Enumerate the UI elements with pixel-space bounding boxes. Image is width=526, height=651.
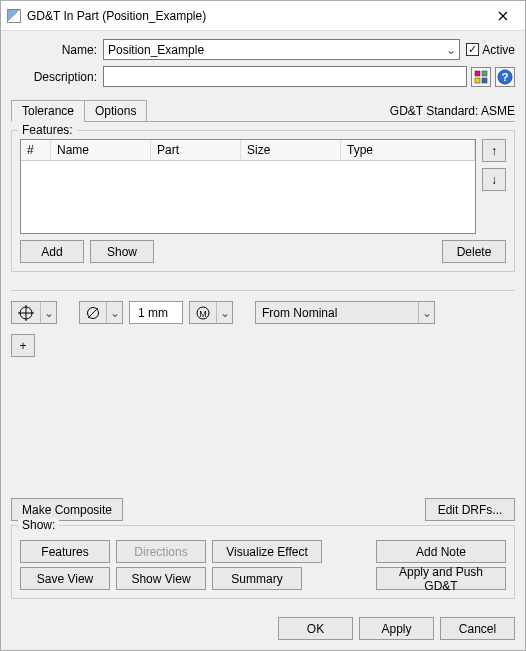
apply-push-button[interactable]: Apply and Push GD&T <box>376 567 506 590</box>
show-view-button[interactable]: Show View <box>116 567 206 590</box>
material-condition-dropdown[interactable]: M ⌄ <box>189 301 233 324</box>
name-combobox[interactable]: Position_Example ⌄ <box>103 39 460 60</box>
tab-options[interactable]: Options <box>84 100 147 122</box>
active-checkbox[interactable] <box>466 43 479 56</box>
add-button[interactable]: Add <box>20 240 84 263</box>
name-row: Name: Position_Example ⌄ Active <box>11 39 515 60</box>
tolerance-row: ⌄ ⌄ <box>11 301 515 324</box>
help-icon: ? <box>497 69 513 85</box>
apply-button[interactable]: Apply <box>359 617 434 640</box>
app-icon <box>7 9 21 23</box>
show-fieldset: Show: Features Directions Visualize Effe… <box>11 525 515 599</box>
close-icon <box>498 11 508 21</box>
close-button[interactable] <box>480 1 525 30</box>
name-label: Name: <box>11 43 103 57</box>
grid-color-icon <box>474 70 488 84</box>
tabs: Tolerance Options GD&T Standard: ASME <box>11 99 515 121</box>
move-up-button[interactable]: ↑ <box>482 139 506 162</box>
description-label: Description: <box>11 70 103 84</box>
description-input[interactable] <box>103 66 467 87</box>
svg-text:?: ? <box>502 71 509 83</box>
delete-button[interactable]: Delete <box>442 240 506 263</box>
position-symbol-icon <box>18 305 34 321</box>
move-down-button[interactable]: ↓ <box>482 168 506 191</box>
characteristic-dropdown[interactable]: ⌄ <box>11 301 57 324</box>
col-part[interactable]: Part <box>151 140 241 160</box>
svg-line-10 <box>88 308 98 318</box>
ok-button[interactable]: OK <box>278 617 353 640</box>
features-grid[interactable]: # Name Part Size Type <box>20 139 476 234</box>
diameter-dropdown[interactable]: ⌄ <box>79 301 123 324</box>
diameter-icon <box>86 306 100 320</box>
svg-rect-0 <box>475 71 480 76</box>
filter-grid-button[interactable] <box>471 67 491 87</box>
chevron-down-icon: ⌄ <box>216 302 232 323</box>
datum-source-dropdown[interactable]: From Nominal ⌄ <box>255 301 435 324</box>
chevron-down-icon: ⌄ <box>40 302 56 323</box>
cancel-button[interactable]: Cancel <box>440 617 515 640</box>
show-label: Show: <box>18 518 59 532</box>
chevron-down-icon: ⌄ <box>418 302 434 323</box>
tolerance-value-input[interactable] <box>129 301 183 324</box>
show-button[interactable]: Show <box>90 240 154 263</box>
svg-rect-2 <box>475 78 480 83</box>
datum-source-value: From Nominal <box>256 306 418 320</box>
summary-button[interactable]: Summary <box>212 567 302 590</box>
chevron-down-icon: ⌄ <box>443 40 459 59</box>
gdt-standard-label: GD&T Standard: ASME <box>390 101 515 121</box>
help-button[interactable]: ? <box>495 67 515 87</box>
description-row: Description: ? <box>11 66 515 87</box>
mmc-icon: M <box>196 306 210 320</box>
save-view-button[interactable]: Save View <box>20 567 110 590</box>
col-size[interactable]: Size <box>241 140 341 160</box>
active-label: Active <box>482 43 515 57</box>
tab-body: Features: # Name Part Size Type ↑ ↓ <box>11 121 515 525</box>
name-value: Position_Example <box>104 43 443 57</box>
grid-header: # Name Part Size Type <box>21 140 475 161</box>
visualize-effect-button[interactable]: Visualize Effect <box>212 540 322 563</box>
features-label: Features: <box>18 123 77 137</box>
add-note-button[interactable]: Add Note <box>376 540 506 563</box>
tab-tolerance[interactable]: Tolerance <box>11 100 85 122</box>
svg-rect-1 <box>482 71 487 76</box>
add-tolerance-button[interactable]: + <box>11 334 35 357</box>
col-type[interactable]: Type <box>341 140 475 160</box>
col-name[interactable]: Name <box>51 140 151 160</box>
tolerance-value-field[interactable] <box>136 305 176 321</box>
svg-rect-3 <box>482 78 487 83</box>
edit-drfs-button[interactable]: Edit DRFs... <box>425 498 515 521</box>
divider <box>11 290 515 291</box>
dialog-window: GD&T In Part (Position_Example) Name: Po… <box>0 0 526 651</box>
svg-text:M: M <box>199 308 207 318</box>
features-fieldset: Features: # Name Part Size Type ↑ ↓ <box>11 130 515 272</box>
dialog-content: Name: Position_Example ⌄ Active Descript… <box>1 31 525 650</box>
show-features-button[interactable]: Features <box>20 540 110 563</box>
titlebar: GD&T In Part (Position_Example) <box>1 1 525 31</box>
show-directions-button[interactable]: Directions <box>116 540 206 563</box>
chevron-down-icon: ⌄ <box>106 302 122 323</box>
col-num[interactable]: # <box>21 140 51 160</box>
window-title: GD&T In Part (Position_Example) <box>27 9 480 23</box>
footer: OK Apply Cancel <box>11 617 515 640</box>
